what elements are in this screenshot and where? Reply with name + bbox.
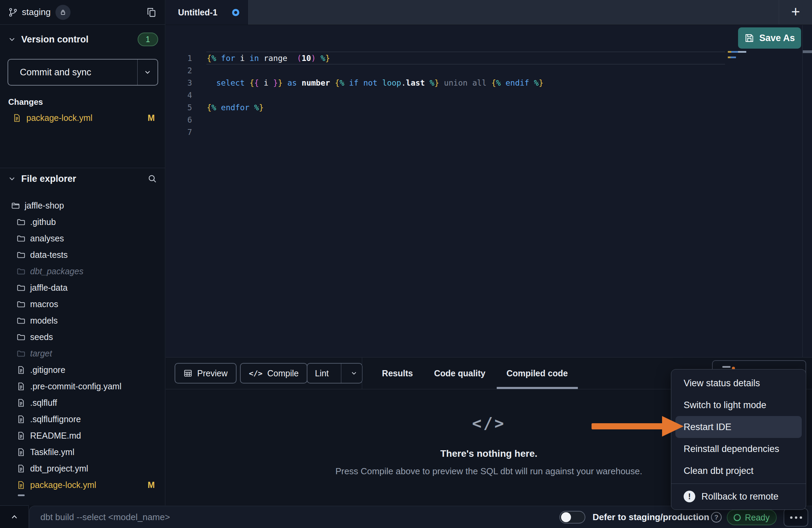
tab-title: Untitled-1 [178,8,217,17]
chevron-down-icon [8,36,16,43]
file-icon [16,365,26,375]
defer-toggle[interactable] [559,511,585,524]
chevron-down-icon[interactable] [346,369,362,377]
menu-item-view-status-details[interactable]: View status details [671,372,806,394]
unsaved-changes-dot-icon[interactable] [232,9,239,16]
menu-item-reinstall-dependencies[interactable]: Reinstall dependencies [671,438,806,460]
dot-icon [790,516,792,519]
code-line-1[interactable]: {% for i in range (10) %} [207,52,330,64]
tree-item-target[interactable]: target [0,345,165,362]
compile-button[interactable]: </> Compile [240,363,307,384]
file-explorer-title: File explorer [21,174,76,184]
tree-item-label: .gitignore [30,365,65,375]
status-badge[interactable]: Ready [727,510,777,525]
tree-item-Taskfile.yml[interactable]: Taskfile.yml [0,444,165,460]
tree-item-label: README.md [30,431,81,441]
chevron-down-icon[interactable] [138,68,157,76]
code-icon: </> [249,369,263,378]
code-editor[interactable]: Save As 1{% for i in range (10) %}23 sel… [166,25,812,357]
clipped-file-icon [18,494,25,496]
lint-button[interactable]: Lint [307,363,363,384]
tab-untitled-1[interactable]: Untitled-1 [166,0,249,25]
dbt-ide-window: staging Version control 1 Commit and syn… [0,0,812,528]
tree-item-analyses[interactable]: analyses [0,230,165,247]
menu-item-rollback-to-remote[interactable]: !Rollback to remote [671,486,806,507]
line-number: 5 [172,101,192,114]
tree-item-data-tests[interactable]: data-tests [0,247,165,263]
overview-ruler-cursor-marker [803,50,812,53]
minimap[interactable] [725,50,802,91]
tree-item-label: seeds [30,332,53,342]
code-line-5[interactable]: {% endfor %} [207,101,264,114]
table-icon [183,369,192,378]
tree-item-models[interactable]: models [0,312,165,329]
branch-lock-icon [55,5,71,20]
folder-icon [16,217,26,227]
folder-icon [16,300,26,309]
version-control-header[interactable]: Version control 1 [8,30,158,49]
save-icon [744,33,754,43]
tab-code-quality[interactable]: Code quality [434,357,485,389]
file-icon [16,382,26,391]
plus-icon: + [791,4,800,19]
command-input[interactable]: dbt build --select <model_name> [40,506,170,528]
section-divider [0,168,165,168]
line-number: 2 [172,64,192,77]
tree-item-seeds[interactable]: seeds [0,329,165,345]
tab-compiled-code[interactable]: Compiled code [506,357,568,389]
commit-and-sync-label: Commit and sync [8,67,91,78]
search-icon[interactable] [147,174,157,184]
branch-name[interactable]: staging [22,7,51,17]
tree-item-package-lock.yml[interactable]: package-lock.ymlM [0,477,165,493]
chevron-down-icon [8,175,16,183]
menu-item-clean-dbt-project[interactable]: Clean dbt project [671,460,806,482]
tree-item-dbt_project.yml[interactable]: dbt_project.yml [0,460,165,477]
tree-item-macros[interactable]: macros [0,296,165,312]
tree-item-label: dbt_packages [30,266,84,276]
save-as-button[interactable]: Save As [738,27,801,49]
tree-item-label: macros [30,299,58,309]
tree-item-label: jaffle-shop [25,201,64,211]
tree-item-README.md[interactable]: README.md [0,427,165,444]
commit-and-sync-button[interactable]: Commit and sync [8,59,158,86]
tree-item-label: dbt_project.yml [30,464,88,474]
tree-item-.sqlfluffignore[interactable]: .sqlfluffignore [0,411,165,427]
minimap-line [728,51,746,53]
copy-icon[interactable] [146,7,157,18]
file-explorer-header[interactable]: File explorer [8,170,157,188]
file-tree: jaffle-shop.githubanalysesdata-testsdbt_… [0,197,165,505]
compile-label: Compile [267,368,299,378]
changed-file-row[interactable]: package-lock.yml M [0,110,165,126]
menu-item-label: Clean dbt project [684,466,753,476]
file-icon [16,415,26,424]
line-number: 7 [172,126,192,138]
code-line-3[interactable]: select {{ i }} as number {% if not loop.… [207,77,544,89]
folder-icon [16,316,26,325]
menu-item-restart-ide[interactable]: Restart IDE [675,416,802,438]
folder-icon [16,283,26,292]
collapse-panel-button[interactable] [0,505,29,528]
sidebar: staging Version control 1 Commit and syn… [0,0,165,505]
tree-item-label: .sqlfluffignore [30,414,81,424]
tree-item-jaffle-data[interactable]: jaffle-data [0,279,165,296]
tree-item-.sqlfluff[interactable]: .sqlfluff [0,394,165,411]
tree-item-dbt_packages[interactable]: dbt_packages [0,263,165,279]
tree-item-.github[interactable]: .github [0,214,165,230]
editor-tab-bar: Untitled-1 + [166,0,812,25]
help-icon[interactable]: ? [711,512,722,523]
tab-results[interactable]: Results [382,357,413,389]
folder-icon [16,332,26,342]
more-options-button[interactable] [784,508,808,527]
save-as-label: Save As [759,33,795,43]
file-icon [12,113,22,123]
new-tab-button[interactable]: + [779,0,812,25]
preview-button[interactable]: Preview [175,363,237,384]
tree-item-.pre-commit-config.yaml[interactable]: .pre-commit-config.yaml [0,378,165,394]
tree-item-.gitignore[interactable]: .gitignore [0,362,165,378]
file-icon [16,398,26,407]
tree-item-jaffle-shop[interactable]: jaffle-shop [0,197,165,214]
toggle-knob [561,512,571,522]
changed-file-name: package-lock.yml [26,113,92,123]
menu-item-switch-to-light-mode[interactable]: Switch to light mode [671,394,806,416]
menu-divider [671,483,806,484]
